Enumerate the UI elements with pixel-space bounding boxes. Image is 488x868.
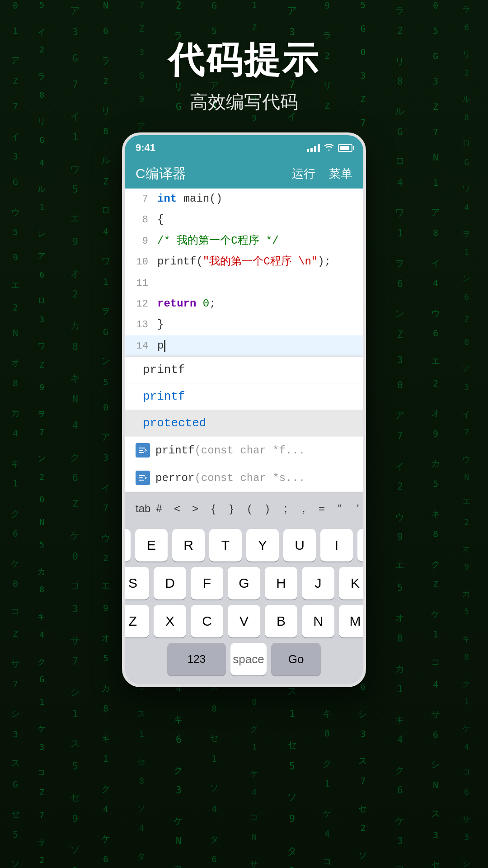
numbers-button[interactable]: 123 xyxy=(167,643,226,675)
titlebar-actions: 运行 菜单 xyxy=(292,166,352,182)
code-content-14: p xyxy=(157,337,356,354)
run-button[interactable]: 运行 xyxy=(292,166,315,182)
svg-rect-3 xyxy=(139,475,145,476)
status-bar: 9:41 xyxy=(125,135,363,159)
autocomplete-item-4[interactable]: printf(const char *f... xyxy=(125,437,363,464)
key-x[interactable]: X xyxy=(154,605,186,637)
string-val: "我的第一个C程序 \n" xyxy=(203,255,318,268)
code-content-7: int main() xyxy=(157,190,356,208)
space-text xyxy=(196,297,202,310)
semi: ); xyxy=(318,255,331,268)
autocomplete-item-3[interactable]: protected xyxy=(125,410,363,437)
svg-rect-5 xyxy=(139,480,144,481)
go-button[interactable]: Go xyxy=(271,643,321,675)
func-name-2: perror xyxy=(155,472,194,484)
key-g[interactable]: G xyxy=(228,567,260,599)
text-cursor xyxy=(164,340,165,352)
key-equals[interactable]: = xyxy=(313,500,331,518)
signal-bar-2 xyxy=(310,148,313,152)
svg-rect-0 xyxy=(139,448,145,448)
key-semicolon[interactable]: ; xyxy=(277,500,295,518)
code-content-8: { xyxy=(157,211,356,228)
line-num-12: 12 xyxy=(132,296,148,312)
key-e[interactable]: E xyxy=(135,529,168,561)
func-params-1: (const char *f... xyxy=(194,444,305,457)
svg-rect-2 xyxy=(139,452,144,453)
code-content-10: printf("我的第一个C程序 \n"); xyxy=(157,253,356,270)
line-num-13: 13 xyxy=(132,317,148,333)
key-dquote[interactable]: " xyxy=(331,500,349,518)
space-button[interactable]: space xyxy=(230,643,267,675)
key-comma[interactable]: , xyxy=(295,500,313,518)
keyboard: Q W E R T Y U I O P A S D F G H J K xyxy=(125,524,363,684)
code-editor[interactable]: 7 int main() 8 { 9 /* 我的第一个C程序 */ 10 xyxy=(125,189,363,356)
page-content: 代码提示 高效编写代码 9:41 xyxy=(0,0,488,868)
key-k[interactable]: K xyxy=(339,567,366,599)
header-section: 代码提示 高效编写代码 xyxy=(168,0,320,114)
key-i[interactable]: I xyxy=(320,529,353,561)
svg-rect-4 xyxy=(139,477,143,478)
key-y[interactable]: Y xyxy=(246,529,279,561)
key-n[interactable]: N xyxy=(302,605,334,637)
line-num-7: 7 xyxy=(132,191,148,207)
key-s[interactable]: S xyxy=(122,567,149,599)
code-line-14: 14 p xyxy=(125,335,363,356)
autocomplete-item-1[interactable]: printf xyxy=(125,357,363,383)
key-hash[interactable]: # xyxy=(150,500,168,518)
key-c[interactable]: C xyxy=(191,605,223,637)
main-title: 代码提示 xyxy=(168,36,320,85)
func-icon-1 xyxy=(136,443,150,458)
func-params-2: (const char *s... xyxy=(194,472,305,484)
line-num-10: 10 xyxy=(132,254,148,270)
line-num-14: 14 xyxy=(132,338,148,354)
semi2: ; xyxy=(209,297,216,310)
key-lbrace[interactable]: { xyxy=(204,500,222,518)
key-m[interactable]: M xyxy=(339,605,366,637)
key-tab[interactable]: tab xyxy=(132,500,150,518)
autocomplete-item-2[interactable]: printf xyxy=(125,383,363,410)
key-d[interactable]: D xyxy=(154,567,186,599)
code-content-12: return 0; xyxy=(157,295,356,312)
key-b[interactable]: B xyxy=(265,605,297,637)
signal-bars xyxy=(307,144,320,152)
key-o[interactable]: O xyxy=(357,529,366,561)
sub-title: 高效编写代码 xyxy=(168,90,320,114)
func-text-1: printf(const char *f... xyxy=(155,444,305,457)
key-rparen[interactable]: ) xyxy=(258,500,277,518)
key-t[interactable]: T xyxy=(209,529,242,561)
autocomplete-item-5[interactable]: perror(const char *s... xyxy=(125,464,363,492)
key-z[interactable]: Z xyxy=(122,605,149,637)
app-titlebar: C编译器 运行 菜单 xyxy=(125,159,363,189)
key-squote[interactable]: ' xyxy=(349,500,366,518)
menu-button[interactable]: 菜单 xyxy=(329,166,352,182)
special-keys-row: tab # < > { } ( ) ; , = " ' & | xyxy=(125,492,363,524)
line-num-9: 9 xyxy=(132,233,148,249)
func-icon-2 xyxy=(136,471,150,485)
key-w[interactable]: W xyxy=(122,529,131,561)
key-u[interactable]: U xyxy=(283,529,316,561)
key-row-1: Q W E R T Y U I O P xyxy=(128,529,360,561)
key-v[interactable]: V xyxy=(228,605,260,637)
key-h[interactable]: H xyxy=(265,567,297,599)
app-title: C编译器 xyxy=(136,165,186,183)
key-gt[interactable]: > xyxy=(186,500,204,518)
keyword-int: int xyxy=(157,193,177,205)
code-line-9: 9 /* 我的第一个C程序 */ xyxy=(125,231,363,251)
func-text-2: perror(const char *s... xyxy=(155,472,305,484)
key-j[interactable]: J xyxy=(302,567,334,599)
key-rbrace[interactable]: } xyxy=(222,500,240,518)
code-content-9: /* 我的第一个C程序 */ xyxy=(157,232,356,250)
key-r[interactable]: R xyxy=(172,529,205,561)
phone-mockup: 9:41 C编译器 xyxy=(122,132,366,687)
key-row-4: 123 space Go xyxy=(128,643,360,675)
key-lt[interactable]: < xyxy=(168,500,186,518)
printf-text: printf( xyxy=(157,255,203,268)
line-num-8: 8 xyxy=(132,212,148,228)
code-line-13: 13 } xyxy=(125,314,363,335)
key-f[interactable]: F xyxy=(191,567,223,599)
svg-rect-1 xyxy=(139,450,143,451)
wifi-icon xyxy=(324,143,334,153)
code-line-10: 10 printf("我的第一个C程序 \n"); xyxy=(125,251,363,272)
key-row-3: ⇧ Z X C V B N M ⌫ xyxy=(128,605,360,637)
key-lparen[interactable]: ( xyxy=(240,500,258,518)
